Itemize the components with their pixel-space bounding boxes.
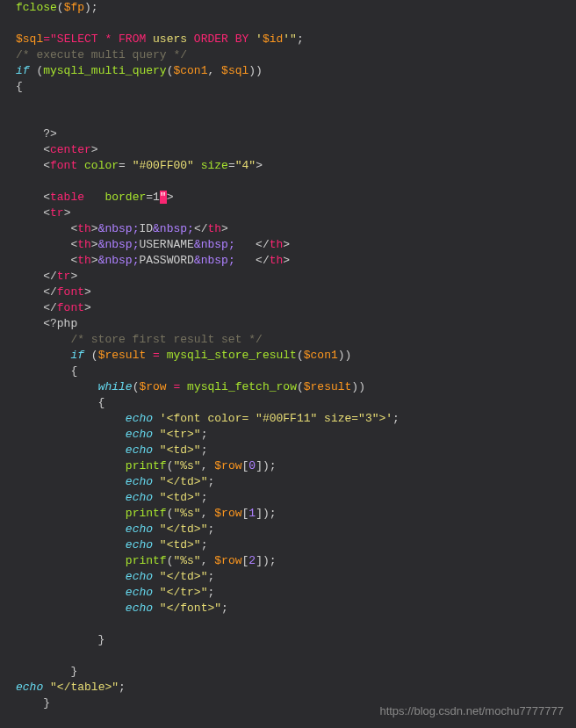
code-line: </font> bbox=[16, 300, 576, 316]
code-line: <tr> bbox=[16, 205, 576, 221]
code-line: { bbox=[16, 364, 576, 379]
code-line: echo '<font color= "#00FF11" size="3">'; bbox=[16, 411, 576, 427]
code-line: } bbox=[16, 664, 576, 680]
code-line: printf("%s", $row[0]); bbox=[16, 458, 576, 474]
code-line: { bbox=[16, 395, 576, 411]
code-line bbox=[16, 616, 576, 632]
code-line: <th>&nbsp;USERNAME&nbsp; </th> bbox=[16, 237, 576, 253]
code-line: printf("%s", $row[2]); bbox=[16, 553, 576, 569]
code-line: echo "</font>"; bbox=[16, 601, 576, 616]
code-line bbox=[16, 95, 576, 111]
code-line: /* execute multi query */ bbox=[16, 47, 576, 63]
code-line bbox=[16, 174, 576, 190]
code-line: <font color= "#00FF00" size="4"> bbox=[16, 158, 576, 174]
code-line: echo "</td>"; bbox=[16, 522, 576, 537]
code-line: </font> bbox=[16, 285, 576, 300]
code-line: { bbox=[16, 79, 576, 95]
code-line: $sql="SELECT * FROM users ORDER BY '$id'… bbox=[16, 32, 576, 47]
code-line: <th>&nbsp;ID&nbsp;</th> bbox=[16, 221, 576, 237]
code-line: echo "</tr>"; bbox=[16, 585, 576, 601]
code-line: echo "<td>"; bbox=[16, 490, 576, 506]
code-line bbox=[16, 16, 576, 32]
code-line: /* store first result set */ bbox=[16, 332, 576, 348]
code-line: echo "</td>"; bbox=[16, 569, 576, 585]
code-line bbox=[16, 648, 576, 664]
code-line: echo "<tr>"; bbox=[16, 427, 576, 443]
code-line: </tr> bbox=[16, 269, 576, 285]
code-line: <th>&nbsp;PASSWORD&nbsp; </th> bbox=[16, 253, 576, 269]
watermark-text: https://blog.csdn.net/mochu7777777 bbox=[379, 703, 564, 719]
code-line: echo "<td>"; bbox=[16, 443, 576, 458]
code-line: echo "</table>"; bbox=[16, 680, 576, 696]
code-line: <center> bbox=[16, 142, 576, 158]
code-line: while($row = mysqli_fetch_row($result)) bbox=[16, 379, 576, 395]
code-line: ?> bbox=[16, 126, 576, 142]
code-line: <?php bbox=[16, 316, 576, 332]
code-line: if ($result = mysqli_store_result($con1)… bbox=[16, 348, 576, 364]
code-line: if (mysqli_multi_query($con1, $sql)) bbox=[16, 63, 576, 79]
code-line bbox=[16, 111, 576, 126]
code-line: echo "</td>"; bbox=[16, 474, 576, 490]
code-line: fclose($fp); bbox=[16, 0, 576, 16]
code-editor[interactable]: fclose($fp); $sql="SELECT * FROM users O… bbox=[16, 0, 576, 728]
code-line: printf("%s", $row[1]); bbox=[16, 506, 576, 522]
code-line: } bbox=[16, 632, 576, 648]
code-line: echo "<td>"; bbox=[16, 537, 576, 553]
code-line: <table border=1"> bbox=[16, 190, 576, 205]
